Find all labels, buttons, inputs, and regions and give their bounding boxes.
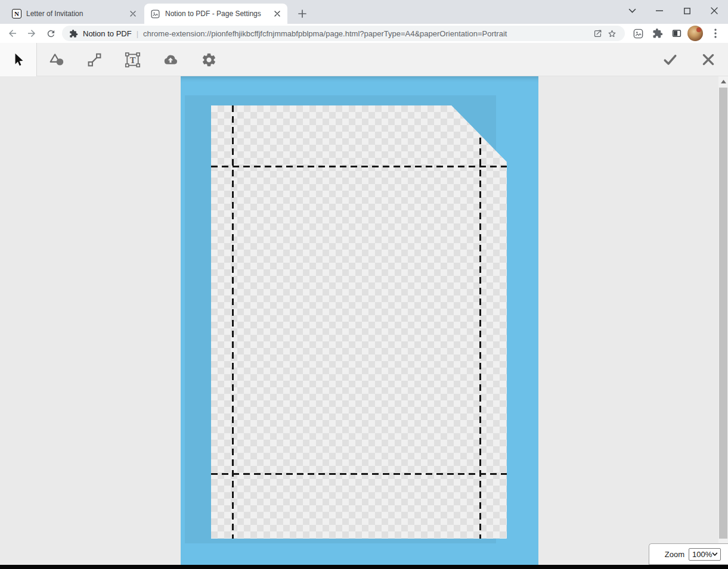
window-titlebar: N Letter of Invitation Notion to PDF - P… <box>0 0 728 24</box>
shapes-icon <box>49 52 65 68</box>
url-divider: | <box>137 29 138 38</box>
zoom-value: 100% <box>692 550 712 559</box>
scrollbar-thumb[interactable] <box>719 88 727 539</box>
extension-action-button[interactable] <box>630 26 646 41</box>
tab-title: Letter of Invitation <box>26 10 124 18</box>
line-tool-button[interactable] <box>81 43 107 76</box>
extension-name: Notion to PDF <box>83 29 132 38</box>
profile-avatar[interactable] <box>687 26 703 41</box>
url-text[interactable]: chrome-extension://pionfefhjikbcffjfcfnj… <box>143 29 590 38</box>
cloud-upload-icon <box>162 51 179 68</box>
select-tool-button[interactable] <box>0 43 37 76</box>
text-tool-glyph: T <box>129 55 135 64</box>
editor-content: Zoom 100% <box>0 76 728 565</box>
close-x-icon <box>701 52 716 67</box>
side-panel-icon <box>671 28 682 39</box>
close-icon <box>711 7 718 14</box>
tab-close-icon[interactable] <box>128 8 138 19</box>
page-preview[interactable] <box>211 105 507 539</box>
reload-button[interactable] <box>43 26 58 41</box>
reload-icon <box>46 29 56 39</box>
kebab-menu-icon <box>714 29 717 38</box>
text-tool-icon: T <box>125 52 141 68</box>
chevron-down-icon <box>712 552 718 556</box>
notion-to-pdf-icon <box>150 9 160 19</box>
tab-title: Notion to PDF - Page Settings <box>165 10 268 18</box>
margin-guide-bottom[interactable] <box>211 473 507 475</box>
side-panel-button[interactable] <box>669 26 684 41</box>
browser-toolbar: Notion to PDF | chrome-extension://pionf… <box>0 24 728 43</box>
maximize-icon <box>684 8 690 14</box>
chevron-down-icon <box>628 8 636 13</box>
forward-button[interactable] <box>24 26 39 41</box>
scrollbar-up-button[interactable] <box>718 76 728 87</box>
tab-letter-of-invitation[interactable]: N Letter of Invitation <box>6 4 143 24</box>
tab-notion-to-pdf-page-settings[interactable]: Notion to PDF - Page Settings <box>144 4 287 24</box>
tab-search-button[interactable] <box>618 0 646 21</box>
triangle-up-icon <box>721 80 726 83</box>
gear-icon <box>201 52 217 68</box>
check-icon <box>662 51 679 68</box>
extensions-button[interactable] <box>650 26 665 41</box>
address-bar[interactable]: Notion to PDF | chrome-extension://pionf… <box>62 26 625 41</box>
notion-icon: N <box>12 9 21 18</box>
minimize-button[interactable] <box>646 0 673 21</box>
arrow-left-icon <box>7 28 18 39</box>
maximize-button[interactable] <box>673 0 701 21</box>
margin-guide-top[interactable] <box>211 166 507 167</box>
editor-toolbar: T <box>0 43 728 76</box>
share-button[interactable] <box>590 26 605 41</box>
vertical-scrollbar[interactable] <box>718 76 728 565</box>
cancel-button[interactable] <box>695 43 721 76</box>
back-button[interactable] <box>5 26 20 41</box>
line-tool-icon <box>86 52 103 68</box>
notion-to-pdf-icon <box>633 28 644 39</box>
star-icon <box>607 29 617 39</box>
page-canvas[interactable] <box>181 76 538 565</box>
tab-close-icon[interactable] <box>272 8 283 19</box>
shapes-tool-button[interactable] <box>44 43 70 76</box>
close-window-button[interactable] <box>701 0 728 21</box>
cursor-icon <box>11 52 26 67</box>
bookmark-button[interactable] <box>605 26 619 41</box>
confirm-button[interactable] <box>657 43 683 76</box>
puzzle-icon <box>652 28 663 39</box>
minimize-icon <box>656 10 663 11</box>
plus-icon <box>298 10 306 18</box>
browser-menu-button[interactable] <box>708 26 723 41</box>
zoom-panel: Zoom 100% <box>649 543 728 565</box>
puzzle-icon <box>69 29 78 38</box>
zoom-select[interactable]: 100% <box>689 548 721 561</box>
arrow-right-icon <box>26 28 37 39</box>
share-icon <box>593 29 603 39</box>
bottom-black-bar <box>0 565 728 569</box>
upload-tool-button[interactable] <box>157 43 184 76</box>
window-controls <box>618 0 728 21</box>
new-tab-button[interactable] <box>295 6 310 21</box>
settings-tool-button[interactable] <box>196 43 222 76</box>
zoom-label: Zoom <box>665 550 684 559</box>
text-tool-button[interactable]: T <box>119 43 145 76</box>
